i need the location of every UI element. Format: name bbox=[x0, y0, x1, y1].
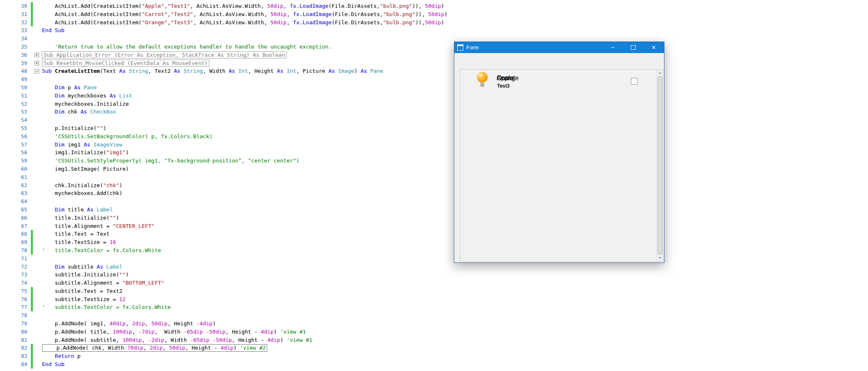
code-editor[interactable]: 30 AchList.Add(CreateListItem("Apple","T… bbox=[0, 0, 454, 371]
code-text[interactable]: title.Initialize("") bbox=[42, 214, 119, 222]
code-text[interactable]: AchList.Add(CreateListItem("Apple","Test… bbox=[42, 2, 444, 10]
code-text[interactable]: title.TextSize = 16 bbox=[42, 238, 116, 246]
code-line: 50 Dim p As Pane bbox=[0, 83, 454, 92]
fold-expand-icon[interactable]: + bbox=[35, 53, 39, 57]
line-number: 51 bbox=[0, 92, 29, 100]
ide-screen: 30 AchList.Add(CreateListItem("Apple","T… bbox=[0, 0, 868, 371]
change-gutter bbox=[31, 320, 33, 328]
code-line: 65 Dim title As Label bbox=[0, 206, 454, 214]
change-gutter bbox=[31, 181, 33, 190]
code-text[interactable]: ' subtitle.TextColor = fx.Colors.White bbox=[42, 303, 171, 311]
line-number: 50 bbox=[0, 83, 29, 92]
changed-line-indicator bbox=[31, 295, 33, 304]
code-text[interactable]: Return p bbox=[42, 352, 81, 360]
close-button[interactable]: ✕ bbox=[643, 42, 664, 53]
change-gutter bbox=[31, 116, 33, 124]
code-line: 59 'CSSUtils.SetStyleProperty( img1, "fx… bbox=[0, 157, 454, 165]
code-text[interactable]: Sub CreateListItem(Text As String, Text2… bbox=[42, 67, 383, 75]
changed-line-indicator bbox=[31, 344, 33, 352]
code-text[interactable]: p.Initialize("") bbox=[42, 124, 106, 132]
code-line: 68 title.Text = Text bbox=[0, 230, 454, 238]
code-text[interactable]: p.AddNode( title, 100dip, -7dip, Width -… bbox=[42, 328, 306, 336]
form-window-titlebar[interactable]: Form – ✕ bbox=[454, 42, 664, 53]
code-text[interactable]: Sub Application_Error (Error As Exceptio… bbox=[42, 51, 287, 58]
code-text[interactable]: End Sub bbox=[42, 26, 65, 35]
code-text[interactable]: AchList.Add(CreateListItem("Carrot","Tes… bbox=[42, 10, 447, 19]
code-text[interactable]: subtitle.Initialize("") bbox=[42, 271, 129, 279]
code-text[interactable]: subtitle.Alignment = "BOTTOM_LEFT" bbox=[42, 279, 164, 287]
line-number: 79 bbox=[0, 320, 29, 328]
code-text[interactable]: p.AddNode( img1, 40dip, 2dip, 50dip, Hei… bbox=[42, 320, 216, 328]
line-number: 65 bbox=[0, 206, 29, 214]
line-number: 34 bbox=[0, 35, 29, 43]
code-text[interactable]: img1.Initialize("img1") bbox=[42, 148, 129, 157]
code-text[interactable]: End Sub bbox=[42, 360, 65, 369]
scrollbar-up-button[interactable]: ▲ bbox=[657, 70, 663, 76]
line-number: 80 bbox=[0, 328, 29, 336]
fold-collapse-icon[interactable]: − bbox=[35, 69, 39, 74]
listview-scrollbar[interactable]: ▲ ▼ bbox=[657, 70, 663, 261]
line-number: 49 bbox=[0, 75, 29, 83]
code-text[interactable]: 'CSSUtils.SetStyleProperty( img1, "fx-ba… bbox=[42, 157, 299, 165]
code-line: 54 bbox=[0, 116, 454, 124]
code-line: 71 bbox=[0, 255, 454, 263]
code-text[interactable]: Sub Resetbtn_MouseClicked (EventData As … bbox=[42, 60, 209, 67]
code-text[interactable]: Dim p As Pane bbox=[42, 83, 97, 92]
code-text[interactable]: Dim subtitle As Label bbox=[42, 263, 123, 271]
code-line: 57 Dim img1 As ImageView bbox=[0, 141, 454, 149]
line-number: 78 bbox=[0, 311, 29, 320]
achievements-listview[interactable]: Apple Carrot Orange Test3 ▲ ▼ bbox=[460, 69, 663, 262]
change-gutter bbox=[31, 108, 33, 116]
list-item-checkbox[interactable] bbox=[631, 78, 638, 85]
fold-expand-icon[interactable]: + bbox=[35, 61, 39, 65]
maximize-button[interactable] bbox=[623, 42, 643, 53]
code-line: 63 mycheckboxes.Add(chk) bbox=[0, 189, 454, 197]
title-label: Orange bbox=[497, 74, 518, 82]
changed-line-indicator bbox=[31, 360, 33, 369]
code-line: 72 Dim subtitle As Label bbox=[0, 263, 454, 271]
code-text[interactable]: title.Text = Text bbox=[42, 230, 109, 238]
scrollbar-down-button[interactable]: ▼ bbox=[657, 255, 663, 261]
list-item-subtitle: Test3 bbox=[497, 83, 509, 89]
minimize-icon: – bbox=[611, 43, 614, 50]
change-gutter bbox=[31, 165, 33, 173]
code-line: 75 subtitle.Text = Text2 bbox=[0, 287, 454, 295]
line-number: 84 bbox=[0, 360, 29, 369]
code-text[interactable]: Dim title As Label bbox=[42, 206, 113, 214]
code-text[interactable]: title.Alignment = "CENTER_LEFT" bbox=[42, 222, 155, 230]
code-text[interactable]: p.AddNode( subtitle, 100dip, -2dip, Widt… bbox=[42, 336, 312, 344]
code-line: 82 p.AddNode( chk, Width-70dip, 2dip, 50… bbox=[0, 344, 454, 352]
changed-line-indicator bbox=[31, 19, 33, 27]
code-line: 53 Dim chk As CheckBox bbox=[0, 108, 454, 116]
bulb-icon bbox=[476, 72, 488, 89]
line-number: 63 bbox=[0, 189, 29, 197]
code-text[interactable]: Dim img1 As ImageView bbox=[42, 141, 123, 149]
line-number: 56 bbox=[0, 132, 29, 141]
code-text[interactable]: ' title.TextColor = fx.Colors.White bbox=[42, 246, 161, 255]
scrollbar-thumb[interactable] bbox=[657, 76, 662, 255]
code-text[interactable]: 'CSSUtils.SetBackgroundColor( p, fx.Colo… bbox=[42, 132, 213, 141]
code-text[interactable]: 'Return true to allow the default except… bbox=[42, 43, 331, 51]
change-gutter bbox=[31, 75, 33, 83]
code-text[interactable]: Dim chk As CheckBox bbox=[42, 108, 116, 116]
line-number: 68 bbox=[0, 230, 29, 238]
code-text[interactable]: subtitle.TextSize = 12 bbox=[42, 295, 126, 304]
close-icon: ✕ bbox=[652, 44, 656, 51]
minimize-button[interactable]: – bbox=[602, 42, 623, 53]
code-text[interactable]: subtitle.Text = Text2 bbox=[42, 287, 123, 295]
code-text[interactable]: mycheckboxes.Initialize bbox=[42, 100, 129, 108]
code-text[interactable]: mycheckboxes.Add(chk) bbox=[42, 189, 123, 197]
code-text[interactable]: img1.SetImage( Picture) bbox=[42, 165, 129, 173]
changed-line-indicator bbox=[31, 352, 33, 360]
change-gutter bbox=[31, 148, 33, 157]
line-number: 73 bbox=[0, 271, 29, 279]
code-text[interactable]: AchList.Add(CreateListItem("Orange","Tes… bbox=[42, 19, 444, 27]
list-item[interactable]: Apple Carrot Orange Test3 bbox=[461, 70, 657, 96]
change-gutter bbox=[31, 222, 33, 230]
code-text[interactable]: Dim mycheckboxes As List bbox=[42, 92, 132, 100]
code-text[interactable]: p.AddNode( chk, Width-70dip, 2dip, 50dip… bbox=[42, 344, 267, 352]
code-text[interactable]: chk.Initialize("chk") bbox=[42, 181, 123, 190]
change-gutter bbox=[31, 51, 33, 59]
code-line: 56 'CSSUtils.SetBackgroundColor( p, fx.C… bbox=[0, 132, 454, 141]
change-gutter bbox=[31, 189, 33, 197]
